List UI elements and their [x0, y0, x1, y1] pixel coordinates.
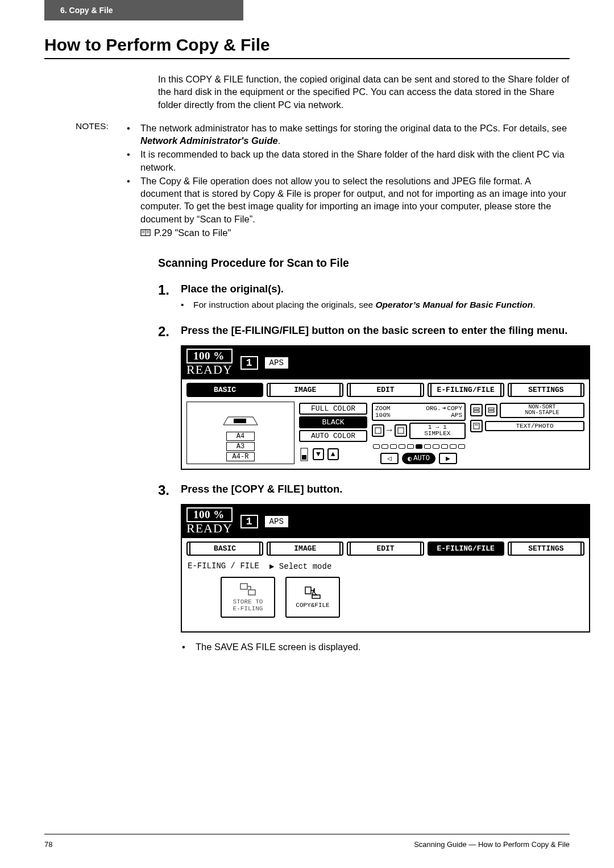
result-text: The SAVE AS FILE screen is displayed. [196, 642, 360, 652]
breadcrumb: E-FILING / FILE [188, 561, 259, 571]
store-to-efiling-button[interactable]: STORE TO E-FILING [221, 577, 275, 618]
step-sub-text: For instruction about placing the origin… [193, 299, 570, 311]
svg-rect-13 [474, 411, 479, 412]
copier-icon [218, 414, 263, 431]
svg-rect-15 [488, 411, 494, 412]
lcd-aps-indicator: APS [265, 357, 288, 369]
staple-icon [485, 404, 497, 416]
lcd-screenshot-efiling: 100 % READY 1 APS BASIC IMAGE EDIT E-FIL… [181, 504, 590, 633]
lcd-zoom-percent: 100 % [186, 349, 233, 363]
svg-rect-16 [474, 423, 479, 429]
cross-ref: P.29 "Scan to File" [154, 226, 231, 239]
step-title: Press the [COPY & FILE] button. [181, 482, 570, 496]
svg-rect-18 [240, 584, 247, 589]
zoom-aps-button[interactable]: ZOOM100% ORG. ➜ COPYAPS [372, 403, 466, 421]
simplex-page-icon [395, 424, 407, 437]
text-photo-icon [470, 420, 483, 432]
prev-button[interactable]: ◁ [380, 453, 399, 464]
svg-rect-10 [375, 428, 381, 433]
step-title: Place the original(s). [181, 282, 570, 296]
svg-rect-12 [474, 408, 479, 410]
lcd-tab-settings[interactable]: SETTINGS [508, 383, 584, 397]
auto-density-button[interactable]: ◐AUTO [402, 453, 435, 464]
density-up-button[interactable]: ▲ [327, 448, 339, 460]
sort-staple-button[interactable]: NON-SORT NON-STAPLE [500, 403, 584, 418]
copy-file-icon [304, 586, 321, 600]
lcd-tab-basic[interactable]: BASIC [186, 542, 263, 556]
paper-size: A4 [226, 432, 255, 441]
store-icon [239, 582, 256, 596]
lcd-zoom-percent: 100 % [186, 507, 233, 522]
book-icon [140, 229, 151, 237]
svg-rect-21 [312, 595, 320, 598]
lcd-tab-basic[interactable]: BASIC [186, 383, 263, 397]
intro-text: In this COPY & FILE function, the copied… [158, 73, 570, 111]
paper-size: A4-R [226, 452, 255, 461]
lcd-tab-efiling[interactable]: E-FILING/FILE [428, 542, 504, 556]
section-subhead: Scanning Procedure for Scan to File [158, 257, 570, 270]
black-button[interactable]: BLACK [299, 416, 367, 428]
bullet-icon: • [127, 148, 140, 173]
lcd-aps-indicator: APS [265, 516, 288, 527]
auto-icon: ◐ [408, 454, 412, 463]
text-photo-button[interactable]: TEXT/PHOTO [485, 421, 584, 431]
title-rule [44, 58, 570, 59]
paper-tray-graphic: A4 A3 A4-R [186, 402, 294, 464]
lcd-copy-count: 1 [240, 356, 258, 370]
density-bar-icon [299, 447, 309, 462]
chapter-tab: 6. Copy & File [44, 0, 243, 20]
notes-label: NOTES: [44, 121, 127, 239]
svg-rect-11 [398, 428, 404, 433]
full-color-button[interactable]: FULL COLOR [299, 403, 367, 415]
note-item: The network administrator has to make se… [140, 122, 567, 147]
lcd-tab-edit[interactable]: EDIT [347, 542, 424, 556]
arrow-icon: → [387, 425, 392, 436]
bullet-icon: • [182, 642, 190, 652]
lcd-tab-settings[interactable]: SETTINGS [508, 542, 584, 556]
bullet-icon: • [127, 122, 140, 147]
page-title: How to Perform Copy & File [44, 35, 570, 55]
note-item: The Copy & File operation does not allow… [140, 175, 567, 239]
simplex-button[interactable]: 1 → 1SIMPLEX [409, 423, 466, 439]
notes-list: • The network administrator has to make … [127, 121, 570, 239]
step-number: 3. [158, 482, 174, 498]
step-title: Press the [E-FILING/FILE] button on the … [181, 324, 570, 337]
footer-right: Scanning Guide — How to Perform Copy & F… [414, 840, 570, 849]
sort-icon [470, 404, 483, 416]
copy-and-file-button[interactable]: COPY&FILE [285, 577, 340, 618]
page-footer: 78 Scanning Guide — How to Perform Copy … [44, 834, 570, 849]
step-number: 1. [158, 282, 174, 311]
next-button[interactable]: ▶ [439, 453, 457, 464]
svg-rect-20 [305, 587, 311, 594]
page-number: 78 [44, 840, 52, 849]
svg-rect-7 [234, 419, 246, 423]
bullet-icon: • [181, 299, 193, 311]
bullet-icon: • [127, 175, 140, 239]
lcd-screenshot-basic: 100 % READY 1 APS BASIC IMAGE EDIT E-FIL… [181, 345, 590, 470]
lcd-status: READY [186, 362, 233, 377]
density-down-button[interactable]: ▼ [313, 448, 324, 460]
lcd-tab-image[interactable]: IMAGE [267, 542, 343, 556]
lcd-tab-efiling[interactable]: E-FILING/FILE [428, 383, 504, 397]
svg-rect-19 [248, 590, 255, 595]
step-number: 2. [158, 324, 174, 340]
density-scale [372, 444, 466, 449]
breadcrumb-mode: ▶ Select mode [269, 561, 331, 571]
auto-color-button[interactable]: AUTO COLOR [299, 430, 367, 442]
lcd-tab-image[interactable]: IMAGE [267, 383, 343, 397]
lcd-tab-edit[interactable]: EDIT [347, 383, 424, 397]
svg-rect-14 [488, 408, 494, 410]
simplex-page-icon [372, 424, 384, 437]
note-item: It is recommended to back up the data st… [140, 148, 567, 173]
lcd-status: READY [186, 521, 233, 536]
lcd-copy-count: 1 [240, 515, 258, 528]
svg-rect-9 [302, 455, 306, 460]
paper-size: A3 [226, 442, 255, 451]
